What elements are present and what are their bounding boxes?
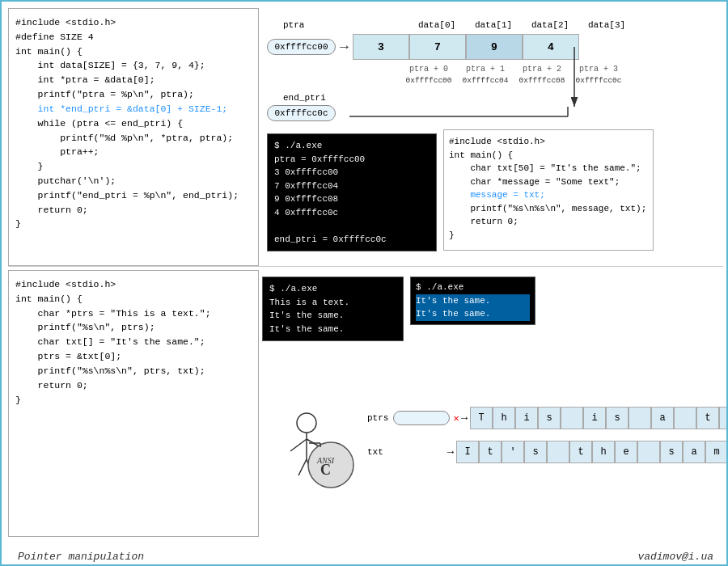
ansi-c-image: ANSI C — [262, 399, 367, 496]
end-ptri-addr-box: 0xffffcc0c — [267, 105, 336, 121]
ptrs-cells: This is a text. — [470, 407, 728, 429]
ptrs-label: ptrs — [367, 413, 388, 423]
ptra-row: 0xffffcc00 → 3794 — [267, 34, 579, 60]
top-section: #include <stdio.h> #define SIZE 4 int ma… — [8, 8, 723, 267]
ptrs-arrow: → — [461, 412, 468, 424]
end-ptri-label: end_ptri — [283, 93, 326, 103]
terminal3: $ ./a.exe This is a text. It's the same.… — [262, 277, 404, 341]
footer: Pointer manipulation vadimov@i.ua — [2, 551, 728, 563]
bottom-section: #include <stdio.h> int main() { char *pt… — [8, 270, 723, 537]
ptra-addr-box: 0xffffcc00 — [267, 39, 336, 55]
svg-line-6 — [290, 439, 307, 451]
svg-text:C: C — [320, 462, 331, 478]
bottom-right-top: $ ./a.exe This is a text. It's the same.… — [262, 273, 728, 399]
ptrs-x-marker: ✕ — [453, 412, 459, 424]
txt-cells: It's the same. — [456, 441, 728, 463]
top-diagram-container: data[0]data[1]data[2]data[3] ptra 0xffff… — [267, 16, 715, 258]
ptrs-addr-box — [393, 411, 450, 425]
bottom-right: $ ./a.exe This is a text. It's the same.… — [259, 270, 728, 537]
author: vadimov@i.ua — [637, 551, 713, 563]
ptrs-row: ptrs ✕ → This is a text. — [367, 407, 728, 429]
top-diagram: data[0]data[1]data[2]data[3] ptra 0xffff… — [259, 8, 723, 266]
mem-offsets: ptra + 0ptra + 1ptra + 2ptra + 3 — [400, 65, 627, 74]
code2-panel: #include <stdio.h> int main() { char txt… — [443, 129, 654, 251]
txt-label: txt — [367, 447, 383, 457]
terminal1: $ ./a.exe ptra = 0xffffcc00 3 0xffffcc00… — [267, 133, 437, 251]
char-diagrams: ptrs ✕ → This is a text. txt → It's the … — [367, 407, 728, 468]
page-title: Pointer manipulation — [18, 551, 144, 563]
terminal2: $ ./a.exeIt's the same.It's the same. — [410, 277, 535, 325]
char-arrays-section: ANSI C ptrs ✕ — [262, 399, 728, 496]
mem-addresses: 0xffffcc000xffffcc040xffffcc080xffffcc0c — [400, 76, 627, 85]
txt-arrow: → — [447, 446, 454, 458]
svg-point-4 — [297, 413, 316, 433]
ptra-arrow: → — [340, 39, 349, 55]
ptra-label: ptra — [283, 20, 304, 30]
svg-line-8 — [298, 459, 307, 475]
bottom-code-panel: #include <stdio.h> int main() { char *pt… — [8, 270, 259, 537]
txt-row: txt → It's the same. — [367, 441, 728, 463]
svg-point-10 — [308, 442, 353, 488]
main-container: #include <stdio.h> #define SIZE 4 int ma… — [2, 2, 728, 566]
mem-cells: 3794 — [353, 34, 579, 60]
top-code-panel: #include <stdio.h> #define SIZE 4 int ma… — [8, 8, 259, 266]
